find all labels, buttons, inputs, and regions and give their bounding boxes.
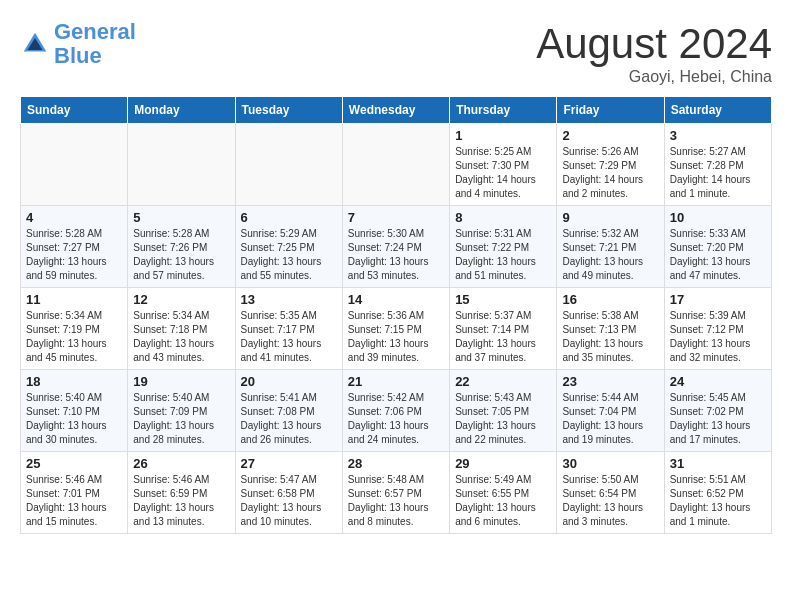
day-info: Sunrise: 5:51 AM Sunset: 6:52 PM Dayligh… [670, 473, 766, 529]
calendar-week-row: 4Sunrise: 5:28 AM Sunset: 7:27 PM Daylig… [21, 206, 772, 288]
day-info: Sunrise: 5:25 AM Sunset: 7:30 PM Dayligh… [455, 145, 551, 201]
day-number: 2 [562, 128, 658, 143]
day-info: Sunrise: 5:46 AM Sunset: 6:59 PM Dayligh… [133, 473, 229, 529]
calendar-week-row: 25Sunrise: 5:46 AM Sunset: 7:01 PM Dayli… [21, 452, 772, 534]
calendar-cell: 23Sunrise: 5:44 AM Sunset: 7:04 PM Dayli… [557, 370, 664, 452]
day-number: 19 [133, 374, 229, 389]
day-info: Sunrise: 5:37 AM Sunset: 7:14 PM Dayligh… [455, 309, 551, 365]
day-info: Sunrise: 5:36 AM Sunset: 7:15 PM Dayligh… [348, 309, 444, 365]
calendar-cell: 26Sunrise: 5:46 AM Sunset: 6:59 PM Dayli… [128, 452, 235, 534]
day-info: Sunrise: 5:38 AM Sunset: 7:13 PM Dayligh… [562, 309, 658, 365]
calendar-week-row: 18Sunrise: 5:40 AM Sunset: 7:10 PM Dayli… [21, 370, 772, 452]
day-number: 25 [26, 456, 122, 471]
calendar-cell: 2Sunrise: 5:26 AM Sunset: 7:29 PM Daylig… [557, 124, 664, 206]
day-number: 6 [241, 210, 337, 225]
day-number: 7 [348, 210, 444, 225]
calendar-cell: 5Sunrise: 5:28 AM Sunset: 7:26 PM Daylig… [128, 206, 235, 288]
calendar-cell [342, 124, 449, 206]
day-number: 12 [133, 292, 229, 307]
calendar-cell: 29Sunrise: 5:49 AM Sunset: 6:55 PM Dayli… [450, 452, 557, 534]
day-info: Sunrise: 5:44 AM Sunset: 7:04 PM Dayligh… [562, 391, 658, 447]
logo: General Blue [20, 20, 136, 68]
day-number: 18 [26, 374, 122, 389]
calendar-cell: 12Sunrise: 5:34 AM Sunset: 7:18 PM Dayli… [128, 288, 235, 370]
calendar-cell: 19Sunrise: 5:40 AM Sunset: 7:09 PM Dayli… [128, 370, 235, 452]
day-number: 27 [241, 456, 337, 471]
day-number: 10 [670, 210, 766, 225]
day-info: Sunrise: 5:48 AM Sunset: 6:57 PM Dayligh… [348, 473, 444, 529]
day-info: Sunrise: 5:45 AM Sunset: 7:02 PM Dayligh… [670, 391, 766, 447]
day-info: Sunrise: 5:26 AM Sunset: 7:29 PM Dayligh… [562, 145, 658, 201]
calendar-week-row: 1Sunrise: 5:25 AM Sunset: 7:30 PM Daylig… [21, 124, 772, 206]
calendar-cell: 17Sunrise: 5:39 AM Sunset: 7:12 PM Dayli… [664, 288, 771, 370]
day-number: 3 [670, 128, 766, 143]
calendar-cell: 8Sunrise: 5:31 AM Sunset: 7:22 PM Daylig… [450, 206, 557, 288]
calendar-cell: 15Sunrise: 5:37 AM Sunset: 7:14 PM Dayli… [450, 288, 557, 370]
day-number: 16 [562, 292, 658, 307]
day-info: Sunrise: 5:27 AM Sunset: 7:28 PM Dayligh… [670, 145, 766, 201]
day-info: Sunrise: 5:50 AM Sunset: 6:54 PM Dayligh… [562, 473, 658, 529]
calendar-cell: 10Sunrise: 5:33 AM Sunset: 7:20 PM Dayli… [664, 206, 771, 288]
day-number: 21 [348, 374, 444, 389]
logo-line2: Blue [54, 43, 102, 68]
calendar-cell: 28Sunrise: 5:48 AM Sunset: 6:57 PM Dayli… [342, 452, 449, 534]
day-number: 26 [133, 456, 229, 471]
day-number: 23 [562, 374, 658, 389]
day-number: 29 [455, 456, 551, 471]
day-info: Sunrise: 5:32 AM Sunset: 7:21 PM Dayligh… [562, 227, 658, 283]
calendar-cell: 14Sunrise: 5:36 AM Sunset: 7:15 PM Dayli… [342, 288, 449, 370]
logo-line1: General [54, 19, 136, 44]
calendar-cell: 11Sunrise: 5:34 AM Sunset: 7:19 PM Dayli… [21, 288, 128, 370]
calendar-cell: 25Sunrise: 5:46 AM Sunset: 7:01 PM Dayli… [21, 452, 128, 534]
day-number: 4 [26, 210, 122, 225]
calendar-cell: 18Sunrise: 5:40 AM Sunset: 7:10 PM Dayli… [21, 370, 128, 452]
calendar-cell: 24Sunrise: 5:45 AM Sunset: 7:02 PM Dayli… [664, 370, 771, 452]
day-number: 30 [562, 456, 658, 471]
day-number: 8 [455, 210, 551, 225]
calendar-cell: 30Sunrise: 5:50 AM Sunset: 6:54 PM Dayli… [557, 452, 664, 534]
day-info: Sunrise: 5:41 AM Sunset: 7:08 PM Dayligh… [241, 391, 337, 447]
weekday-header: Wednesday [342, 97, 449, 124]
day-number: 20 [241, 374, 337, 389]
day-info: Sunrise: 5:33 AM Sunset: 7:20 PM Dayligh… [670, 227, 766, 283]
weekday-header: Sunday [21, 97, 128, 124]
page-header: General Blue August 2024 Gaoyi, Hebei, C… [20, 20, 772, 86]
day-number: 13 [241, 292, 337, 307]
day-number: 1 [455, 128, 551, 143]
calendar-cell: 22Sunrise: 5:43 AM Sunset: 7:05 PM Dayli… [450, 370, 557, 452]
weekday-header: Monday [128, 97, 235, 124]
calendar-cell: 3Sunrise: 5:27 AM Sunset: 7:28 PM Daylig… [664, 124, 771, 206]
day-info: Sunrise: 5:43 AM Sunset: 7:05 PM Dayligh… [455, 391, 551, 447]
logo-icon [20, 29, 50, 59]
day-info: Sunrise: 5:28 AM Sunset: 7:27 PM Dayligh… [26, 227, 122, 283]
day-number: 11 [26, 292, 122, 307]
calendar-cell: 20Sunrise: 5:41 AM Sunset: 7:08 PM Dayli… [235, 370, 342, 452]
day-number: 24 [670, 374, 766, 389]
weekday-header: Saturday [664, 97, 771, 124]
calendar-cell [235, 124, 342, 206]
calendar-table: SundayMondayTuesdayWednesdayThursdayFrid… [20, 96, 772, 534]
weekday-header-row: SundayMondayTuesdayWednesdayThursdayFrid… [21, 97, 772, 124]
calendar-cell [128, 124, 235, 206]
calendar-cell [21, 124, 128, 206]
weekday-header: Friday [557, 97, 664, 124]
calendar-cell: 13Sunrise: 5:35 AM Sunset: 7:17 PM Dayli… [235, 288, 342, 370]
day-info: Sunrise: 5:35 AM Sunset: 7:17 PM Dayligh… [241, 309, 337, 365]
day-info: Sunrise: 5:49 AM Sunset: 6:55 PM Dayligh… [455, 473, 551, 529]
calendar-cell: 4Sunrise: 5:28 AM Sunset: 7:27 PM Daylig… [21, 206, 128, 288]
day-info: Sunrise: 5:40 AM Sunset: 7:10 PM Dayligh… [26, 391, 122, 447]
day-number: 31 [670, 456, 766, 471]
day-number: 28 [348, 456, 444, 471]
day-info: Sunrise: 5:40 AM Sunset: 7:09 PM Dayligh… [133, 391, 229, 447]
day-info: Sunrise: 5:34 AM Sunset: 7:18 PM Dayligh… [133, 309, 229, 365]
day-info: Sunrise: 5:47 AM Sunset: 6:58 PM Dayligh… [241, 473, 337, 529]
day-info: Sunrise: 5:31 AM Sunset: 7:22 PM Dayligh… [455, 227, 551, 283]
day-info: Sunrise: 5:39 AM Sunset: 7:12 PM Dayligh… [670, 309, 766, 365]
day-info: Sunrise: 5:28 AM Sunset: 7:26 PM Dayligh… [133, 227, 229, 283]
calendar-cell: 27Sunrise: 5:47 AM Sunset: 6:58 PM Dayli… [235, 452, 342, 534]
day-info: Sunrise: 5:29 AM Sunset: 7:25 PM Dayligh… [241, 227, 337, 283]
day-number: 5 [133, 210, 229, 225]
day-number: 14 [348, 292, 444, 307]
calendar-cell: 9Sunrise: 5:32 AM Sunset: 7:21 PM Daylig… [557, 206, 664, 288]
month-title: August 2024 [536, 20, 772, 68]
